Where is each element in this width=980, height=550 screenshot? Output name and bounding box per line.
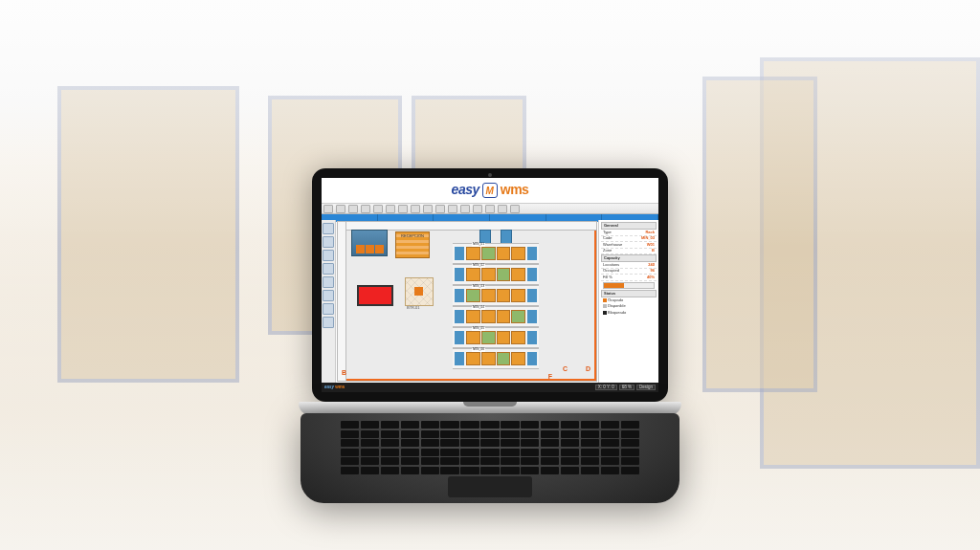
logo-badge: M <box>482 183 498 198</box>
aisle-5-label: MIN_05 <box>472 327 485 331</box>
srm-icon <box>455 331 464 344</box>
srm-icon <box>455 310 464 323</box>
app-screen: easy M wms <box>322 178 658 392</box>
zone-label-D: D <box>586 365 590 373</box>
keyboard-keys <box>341 421 639 469</box>
laptop-trackpad <box>448 476 532 497</box>
toolbar-settings-button[interactable] <box>510 205 520 213</box>
rack-aisle-6[interactable]: MIN_06 <box>453 348 539 369</box>
status-coords: X: 0 Y: 0 <box>595 385 617 391</box>
pallet-truck-icon[interactable] <box>357 285 393 306</box>
aisle-3-label: MIN_03 <box>472 285 485 289</box>
status-legend: Disponible <box>603 304 655 308</box>
app-statusbar: easy wms X: 0 Y: 0 68 % Design <box>322 383 658 392</box>
webcam-dot <box>488 173 492 177</box>
toolbar-zoomin-button[interactable] <box>435 205 445 213</box>
toolbar-select-button[interactable] <box>460 205 470 213</box>
logo-part-easy: easy <box>452 183 479 197</box>
reception-label: RECEPCION <box>401 233 424 238</box>
app-body: B C D F RECEPCION <box>322 220 658 383</box>
tool-dock[interactable] <box>323 263 334 275</box>
rack-aisle-2[interactable]: MIN_02 <box>453 264 539 285</box>
toolbar-zoomout-button[interactable] <box>448 205 457 213</box>
aisle-1-label: MIN_01 <box>472 243 485 247</box>
reception-zone[interactable]: RECEPCION <box>395 231 430 258</box>
srm-icon <box>527 247 537 260</box>
tool-palette <box>322 220 336 383</box>
buffer-zone[interactable] <box>405 277 434 306</box>
tool-rack[interactable] <box>323 236 334 248</box>
zone-label-B: B <box>342 369 346 377</box>
status-mode[interactable]: Design <box>636 385 656 391</box>
fill-progressbar <box>603 282 655 289</box>
properties-panel: General TypeRack CodeMIN_03 WarehouseW01… <box>598 220 658 383</box>
tool-buffer[interactable] <box>323 290 334 301</box>
status-legend: Ocupado <box>603 298 655 302</box>
toolbar-copy-button[interactable] <box>386 205 395 213</box>
dock-building-icon[interactable] <box>351 230 388 256</box>
srm-icon <box>455 247 464 260</box>
ruler-vertical <box>338 222 346 381</box>
footer-logo: easy wms <box>324 385 345 390</box>
toolbar-print-button[interactable] <box>361 205 370 213</box>
dock-door-3 <box>375 245 384 253</box>
zone-label-C: C <box>563 365 568 373</box>
tool-measure[interactable] <box>323 317 334 328</box>
props-group-status-header[interactable]: Status <box>601 290 657 297</box>
srm-icon <box>527 310 537 323</box>
toolbar-open-button[interactable] <box>336 205 345 213</box>
toolbar-file-button[interactable] <box>323 205 333 213</box>
aisle-4-label: MIN_04 <box>472 306 485 310</box>
status-legend: Bloqueado <box>603 311 655 315</box>
prop-row-fill: Fill %40% <box>601 275 657 280</box>
app-titlebar: easy M wms <box>322 178 658 204</box>
buffer-label: BTR.01 <box>407 306 420 310</box>
srm-icon <box>455 289 464 302</box>
laptop-mockup: easy M wms <box>299 168 681 503</box>
srm-icon <box>527 268 537 281</box>
srm-icon <box>527 331 537 344</box>
toolbar-layers-button[interactable] <box>485 205 495 213</box>
laptop-lid: easy M wms <box>312 168 668 402</box>
srm-icon <box>527 289 537 302</box>
status-zoom[interactable]: 68 % <box>619 385 635 391</box>
app-logo: easy M wms <box>452 183 529 198</box>
tool-conveyor[interactable] <box>323 250 334 261</box>
rack-aisle-5[interactable]: MIN_05 <box>453 327 539 348</box>
toolbar-redo-button[interactable] <box>423 205 433 213</box>
tool-pointer[interactable] <box>323 223 334 234</box>
warehouse-floorplan-canvas[interactable]: B C D F RECEPCION <box>337 221 597 382</box>
toolbar-search-button[interactable] <box>498 205 507 213</box>
zone-label-F: F <box>548 373 552 381</box>
toolbar-undo-button[interactable] <box>411 205 420 213</box>
toolbar-pan-button[interactable] <box>473 205 482 213</box>
toolbar-paste-button[interactable] <box>398 205 408 213</box>
srm-icon <box>455 352 464 365</box>
dock-door-1 <box>356 245 365 253</box>
rack-aisle-4[interactable]: MIN_04 <box>453 306 539 327</box>
logo-part-wms: wms <box>501 183 529 197</box>
toolbar-save-button[interactable] <box>348 205 358 213</box>
tool-zone[interactable] <box>323 303 334 315</box>
srm-icon <box>527 352 537 365</box>
dock-door-2 <box>366 245 374 253</box>
rack-aisle-1[interactable]: MIN_01 <box>453 243 539 264</box>
rack-aisle-3[interactable]: MIN_03 <box>453 285 539 306</box>
aisle-2-label: MIN_02 <box>472 264 485 268</box>
app-toolbar <box>322 204 658 214</box>
buffer-pallet-icon <box>414 287 423 296</box>
tool-srm[interactable] <box>323 276 334 288</box>
laptop-keyboard <box>301 413 679 503</box>
srm-icon <box>455 268 464 281</box>
rack-block: MIN_01 MIN_02 MIN_03 <box>453 231 539 367</box>
toolbar-cut-button[interactable] <box>373 205 383 213</box>
aisle-6-label: MIN_06 <box>472 348 485 352</box>
